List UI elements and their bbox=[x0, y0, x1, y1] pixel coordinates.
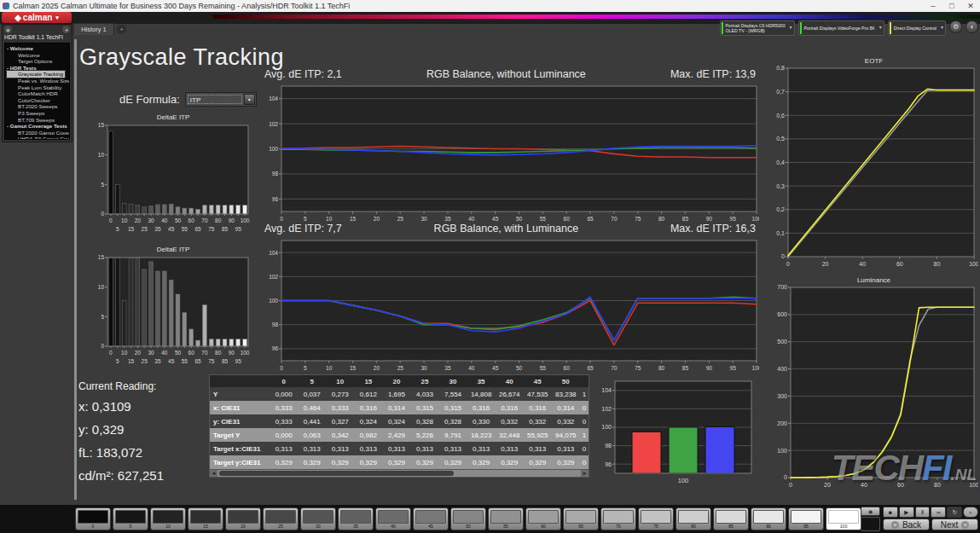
svg-text:0,2: 0,2 bbox=[776, 206, 785, 212]
grayscale-patch-80[interactable]: 80 bbox=[676, 507, 711, 530]
grayscale-patch-45[interactable]: 45 bbox=[413, 507, 449, 530]
device-button-portrait-displays-c6-hdr5000[interactable]: Portrait Displays C6 HDR5000OLED TV - (W… bbox=[720, 20, 795, 36]
svg-text:30: 30 bbox=[420, 365, 427, 371]
svg-text:5: 5 bbox=[101, 314, 104, 320]
grayscale-patch-70[interactable]: 70 bbox=[600, 507, 636, 530]
sidebar-collapse-icon[interactable]: ◉ bbox=[4, 26, 12, 33]
chevron-down-icon: ▾ bbox=[244, 94, 255, 105]
sidebar-item-target-options[interactable]: Target Options bbox=[7, 58, 69, 65]
next-button[interactable]: Next » bbox=[931, 519, 978, 530]
grayscale-patch-85[interactable]: 85 bbox=[713, 507, 749, 530]
transport-sync-button[interactable]: ↻ bbox=[947, 507, 962, 518]
svg-text:25: 25 bbox=[142, 358, 148, 364]
transport-stop-button[interactable]: ■ bbox=[883, 507, 898, 518]
grayscale-patch-20[interactable]: 20 bbox=[225, 507, 261, 530]
grayscale-patch-10[interactable]: 10 bbox=[150, 507, 186, 530]
sidebar-title: HDR Toolkit 1.1 TechFi bbox=[3, 34, 72, 42]
sidebar-pin-icon[interactable]: ◄ bbox=[62, 26, 70, 33]
svg-text:0: 0 bbox=[784, 474, 787, 480]
sidebar-splitter[interactable] bbox=[74, 39, 77, 500]
transport-play-button[interactable]: ▶ bbox=[899, 507, 914, 518]
close-button[interactable]: ✕ bbox=[961, 2, 980, 10]
svg-text:0: 0 bbox=[786, 261, 790, 267]
reading-x: x: 0,3109 bbox=[78, 399, 164, 414]
grayscale-patch-90[interactable]: 90 bbox=[751, 507, 786, 530]
grayscale-patch-65[interactable]: 65 bbox=[563, 507, 599, 530]
grayscale-patch-15[interactable]: 15 bbox=[188, 507, 223, 530]
svg-text:45: 45 bbox=[168, 226, 175, 232]
transport-continuous-button[interactable]: ∞ bbox=[931, 507, 946, 518]
sidebar-item-grayscale-tracking[interactable]: Grayscale Tracking bbox=[7, 71, 65, 78]
sidebar-item-bt-2020-gamut-coverage[interactable]: BT.2020 Gamut Coverage bbox=[7, 130, 69, 136]
grayscale-patch-50[interactable]: 50 bbox=[450, 507, 486, 530]
eotf-chart: EOTF 00,10,20,30,40,50,60,70,80204060801… bbox=[769, 57, 978, 267]
grayscale-patch-40[interactable]: 40 bbox=[375, 507, 411, 530]
grayscale-patch-75[interactable]: 75 bbox=[638, 507, 674, 530]
svg-text:50: 50 bbox=[175, 217, 182, 223]
svg-text:0: 0 bbox=[109, 350, 113, 356]
svg-text:90: 90 bbox=[229, 217, 235, 223]
grayscale-patch-100[interactable]: 100 bbox=[826, 507, 861, 530]
svg-text:200: 200 bbox=[777, 420, 787, 426]
scroll-left-icon[interactable]: ◄ bbox=[210, 470, 217, 477]
sidebar-item-p3-sweeps[interactable]: P3 Sweeps bbox=[7, 110, 69, 117]
grayscale-patch-25[interactable]: 25 bbox=[263, 507, 299, 530]
svg-text:50: 50 bbox=[516, 365, 523, 371]
svg-text:20: 20 bbox=[374, 365, 380, 371]
svg-text:0,1: 0,1 bbox=[776, 230, 785, 236]
back-button[interactable]: « Back bbox=[883, 519, 930, 530]
svg-text:55: 55 bbox=[540, 365, 547, 371]
svg-text:100: 100 bbox=[269, 298, 278, 304]
sidebar-item-bt-709-sweeps[interactable]: BT.709 Sweeps bbox=[7, 117, 69, 124]
svg-text:55: 55 bbox=[540, 216, 547, 222]
svg-text:60: 60 bbox=[188, 350, 195, 356]
grayscale-patch-0[interactable]: 0 bbox=[75, 507, 111, 530]
grayscale-patch-55[interactable]: 55 bbox=[488, 507, 524, 530]
page-title: Grayscale Tracking bbox=[79, 44, 284, 71]
transport-pause-button[interactable]: Ⅱ bbox=[915, 507, 931, 518]
calman-menu-button[interactable]: ◈ calman ▾ bbox=[2, 12, 72, 23]
device-button-portrait-displays-videoforge-pro-8k[interactable]: Portrait Displays VideoForge Pro 8K ▾ bbox=[798, 20, 884, 36]
rgb-balance-without-luminance-chart: Avg. dE ITP: 2,1 RGB Balance, without Lu… bbox=[261, 68, 759, 223]
svg-text:95: 95 bbox=[235, 226, 242, 232]
sidebar-item-bt-2020-sweeps[interactable]: BT.2020 Sweeps bbox=[7, 103, 69, 110]
grayscale-patch-60[interactable]: 60 bbox=[525, 507, 561, 530]
grayscale-patch-95[interactable]: 95 bbox=[788, 507, 824, 530]
settings-icon[interactable]: ⚙ bbox=[949, 20, 962, 33]
status-stripe bbox=[800, 22, 802, 34]
device-button-direct-display-control[interactable]: Direct Display Control ▾ bbox=[888, 20, 946, 36]
svg-text:95: 95 bbox=[730, 216, 737, 222]
grayscale-patch-5[interactable]: 5 bbox=[113, 507, 148, 530]
de-formula-dropdown[interactable]: ITP ▾ bbox=[185, 92, 257, 107]
sidebar-item-peak-lum-stability[interactable]: Peak Lum Stability bbox=[7, 84, 69, 91]
svg-text:15: 15 bbox=[350, 365, 357, 371]
sidebar-group-gamut-coverage-tests[interactable]: - Gamut Coverage Tests bbox=[7, 123, 69, 130]
grayscale-swatch-row: 0510152025303540455055606570758085909510… bbox=[75, 507, 861, 530]
svg-text:0,8: 0,8 bbox=[776, 66, 785, 71]
grayscale-patch-30[interactable]: 30 bbox=[300, 507, 336, 530]
sidebar-item-colormatch-hdr[interactable]: ColorMatch HDR bbox=[7, 90, 69, 97]
sidebar-item-welcome[interactable]: Welcome bbox=[7, 52, 69, 59]
maximize-button[interactable]: □ bbox=[942, 2, 961, 10]
sidebar-group-hdr-tests[interactable]: - HDR Tests bbox=[7, 65, 69, 72]
scroll-right-icon[interactable]: ► bbox=[581, 470, 589, 477]
tab-history-1[interactable]: History 1 bbox=[73, 23, 114, 35]
chevron-down-icon: ▾ bbox=[941, 25, 943, 32]
svg-text:85: 85 bbox=[222, 226, 229, 232]
sidebar-item-colorchecker[interactable]: ColorChecker bbox=[7, 97, 69, 104]
svg-text:65: 65 bbox=[194, 226, 201, 232]
sidebar-group-welcome[interactable]: - Welcome bbox=[7, 45, 69, 52]
transport-record-button[interactable]: ● bbox=[963, 507, 978, 518]
patch-options-button[interactable]: ◉ bbox=[861, 507, 880, 516]
svg-text:40: 40 bbox=[468, 216, 475, 222]
sidebar-item-uhda-p3-gamut-coverage[interactable]: UHDA-P3 Gamut Coverage bbox=[7, 136, 69, 140]
add-tab-button[interactable]: + bbox=[117, 25, 126, 34]
grayscale-patch-35[interactable]: 35 bbox=[338, 507, 374, 530]
profile-icon[interactable]: ◖ bbox=[966, 20, 978, 33]
svg-text:102: 102 bbox=[269, 274, 278, 280]
scrollbar-thumb[interactable] bbox=[219, 471, 454, 476]
sidebar-item-peak-vs-window-size[interactable]: Peak vs. Window Size bbox=[7, 78, 69, 84]
svg-text:80: 80 bbox=[215, 217, 222, 223]
minimize-button[interactable]: – bbox=[924, 2, 942, 10]
svg-text:55: 55 bbox=[182, 226, 188, 232]
